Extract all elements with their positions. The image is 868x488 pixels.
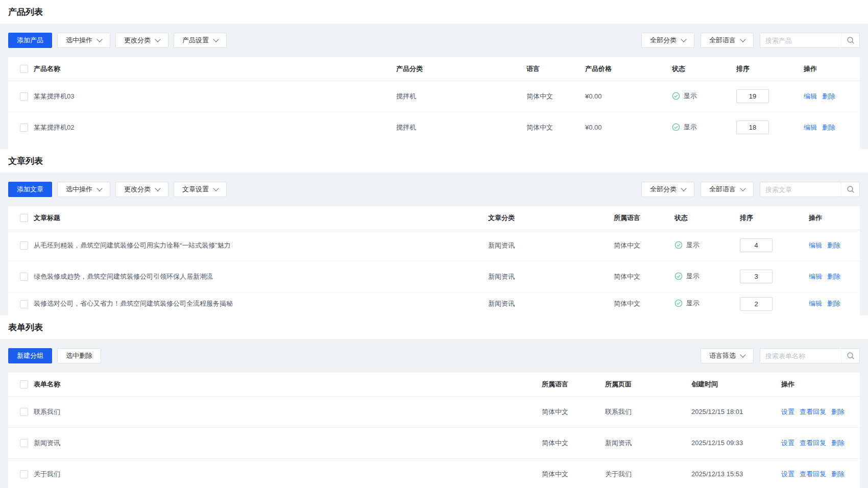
forms-language-filter[interactable]: 语言筛选 (701, 348, 754, 363)
column-header: 产品分类 (396, 57, 526, 81)
articles-settings-dropdown[interactable]: 文章设置 (174, 182, 227, 197)
articles-search-input[interactable] (760, 182, 841, 197)
search-icon[interactable] (841, 182, 859, 197)
search-icon[interactable] (841, 33, 859, 47)
dropdown-label: 更改分类 (124, 36, 151, 45)
row-checkbox[interactable] (20, 273, 28, 281)
select-all-checkbox[interactable] (20, 214, 28, 222)
chevron-down-icon (97, 185, 102, 191)
products-table-card: 产品名称 产品分类 语言 产品价格 状态 排序 操作 某某搅拌机03 搅拌机 简… (8, 57, 860, 149)
view-replies-link[interactable]: 查看回复 (800, 438, 826, 448)
form-name: 联系我们 (34, 396, 542, 427)
products-settings-dropdown[interactable]: 产品设置 (174, 33, 227, 48)
sort-input[interactable] (740, 297, 773, 311)
table-row: 联系我们 简体中文 联系我们 2025/12/15 18:01 设置 查看回复 … (8, 396, 861, 427)
delete-link[interactable]: 删除 (827, 241, 840, 250)
form-created-time: 2025/12/15 09:33 (691, 427, 781, 458)
chevron-down-icon (740, 352, 745, 357)
settings-link[interactable]: 设置 (781, 438, 794, 448)
column-header: 所属语言 (542, 373, 605, 396)
table-row: 从毛坯到精装，鼎筑空间建筑装修公司用实力诠释“一站式装修”魅力 新闻资讯 简体中… (8, 230, 861, 261)
table-row: 某某搅拌机03 搅拌机 简体中文 ¥0.00 显示 编辑 删除 (8, 81, 861, 112)
new-group-button[interactable]: 新建分组 (8, 348, 52, 363)
articles-toolbar: 添加文章 选中操作 更改分类 文章设置 全部分类 全部语言 (0, 173, 868, 206)
products-selected-actions-dropdown[interactable]: 选中操作 (57, 33, 110, 48)
select-all-checkbox[interactable] (20, 65, 28, 73)
delete-link[interactable]: 删除 (831, 438, 845, 448)
edit-link[interactable]: 编辑 (804, 92, 817, 101)
form-language: 简体中文 (542, 458, 605, 488)
row-checkbox[interactable] (20, 408, 28, 416)
row-checkbox[interactable] (20, 92, 28, 101)
article-category: 新闻资讯 (488, 230, 614, 261)
delete-link[interactable]: 删除 (822, 92, 835, 101)
edit-link[interactable]: 编辑 (809, 241, 822, 250)
column-header: 产品名称 (34, 57, 396, 81)
delete-selected-button[interactable]: 选中删除 (57, 348, 101, 363)
column-header: 文章标题 (34, 206, 488, 230)
column-header: 操作 (781, 373, 861, 396)
row-checkbox[interactable] (20, 300, 28, 308)
edit-link[interactable]: 编辑 (809, 299, 822, 308)
row-checkbox[interactable] (20, 439, 28, 447)
article-language: 简体中文 (614, 230, 674, 261)
settings-link[interactable]: 设置 (781, 407, 794, 417)
articles-category-filter[interactable]: 全部分类 (641, 182, 694, 197)
form-created-time: 2025/12/15 18:01 (691, 396, 781, 427)
form-page: 新闻资讯 (605, 427, 691, 458)
column-header: 状态 (672, 57, 736, 81)
products-search-input[interactable] (760, 33, 841, 47)
delete-link[interactable]: 删除 (831, 470, 845, 479)
articles-table-card: 文章标题 文章分类 所属语言 状态 排序 操作 从毛坯到精装，鼎筑空间建筑装修公… (8, 206, 860, 315)
article-title: 从毛坯到精装，鼎筑空间建筑装修公司用实力诠释“一站式装修”魅力 (34, 230, 488, 261)
filter-label: 语言筛选 (709, 351, 736, 360)
status-label: 显示 (686, 299, 700, 308)
search-icon[interactable] (841, 349, 859, 363)
view-replies-link[interactable]: 查看回复 (800, 407, 826, 417)
article-language: 简体中文 (614, 292, 674, 315)
products-category-filter[interactable]: 全部分类 (641, 33, 694, 48)
row-checkbox[interactable] (20, 241, 28, 250)
settings-link[interactable]: 设置 (781, 470, 794, 479)
articles-selected-actions-dropdown[interactable]: 选中操作 (57, 182, 110, 197)
edit-link[interactable]: 编辑 (804, 123, 817, 132)
delete-link[interactable]: 删除 (827, 299, 840, 308)
chevron-down-icon (740, 185, 745, 191)
articles-change-category-dropdown[interactable]: 更改分类 (115, 182, 168, 197)
sort-input[interactable] (740, 270, 773, 283)
sort-input[interactable] (736, 89, 769, 103)
article-title: 绿色装修成趋势，鼎筑空间建筑装修公司引领环保人居新潮流 (34, 261, 488, 292)
delete-link[interactable]: 删除 (827, 272, 840, 281)
table-row: 新闻资讯 简体中文 新闻资讯 2025/12/15 09:33 设置 查看回复 … (8, 427, 861, 458)
filter-label: 全部语言 (709, 185, 736, 194)
status-success-icon (672, 123, 680, 131)
edit-link[interactable]: 编辑 (809, 272, 822, 281)
products-language-filter[interactable]: 全部语言 (701, 33, 754, 48)
status-badge: 显示 (674, 299, 700, 308)
view-replies-link[interactable]: 查看回复 (800, 470, 826, 479)
page-title: 产品列表 (8, 6, 43, 18)
add-product-button[interactable]: 添加产品 (8, 33, 52, 48)
row-checkbox[interactable] (20, 124, 28, 132)
forms-section-header: 表单列表 (0, 315, 868, 339)
add-article-button[interactable]: 添加文章 (8, 182, 52, 197)
select-all-checkbox[interactable] (20, 380, 28, 388)
products-search (760, 33, 860, 48)
status-badge: 显示 (672, 91, 697, 101)
chevron-down-icon (681, 36, 686, 42)
status-success-icon (674, 299, 683, 307)
forms-toolbar: 新建分组 选中删除 语言筛选 (0, 339, 868, 373)
sort-input[interactable] (736, 120, 769, 134)
status-badge: 显示 (672, 123, 697, 132)
products-change-category-dropdown[interactable]: 更改分类 (115, 33, 168, 48)
articles-language-filter[interactable]: 全部语言 (701, 182, 754, 197)
dropdown-label: 选中操作 (66, 185, 92, 194)
form-name: 新闻资讯 (34, 427, 542, 458)
delete-link[interactable]: 删除 (822, 123, 835, 132)
row-checkbox[interactable] (20, 470, 28, 478)
dropdown-label: 更改分类 (124, 185, 151, 194)
delete-link[interactable]: 删除 (831, 407, 845, 417)
sort-input[interactable] (740, 238, 773, 252)
column-header: 排序 (740, 206, 809, 230)
forms-search-input[interactable] (760, 349, 841, 363)
